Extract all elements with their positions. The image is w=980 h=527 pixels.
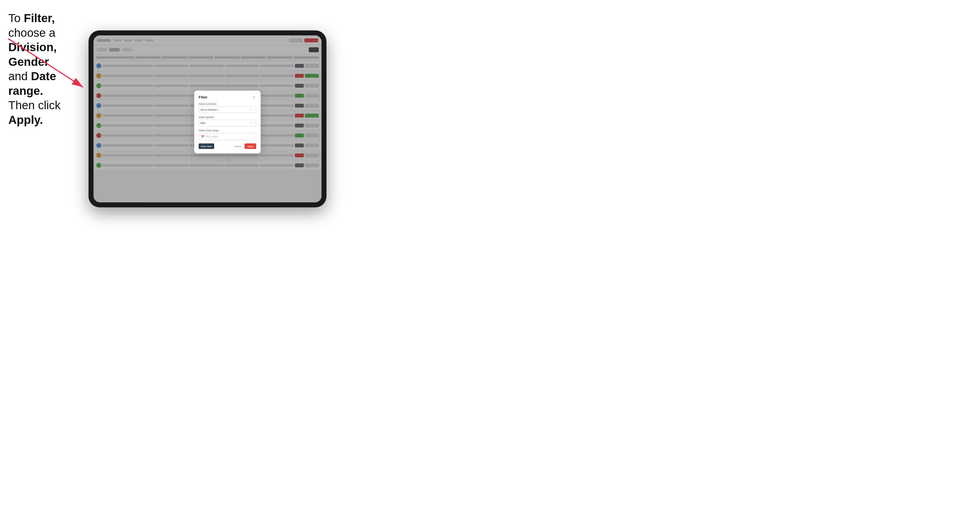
division-label: Select a division: [199, 103, 256, 105]
calendar-icon: 📅: [201, 135, 204, 138]
filter-modal: Filter × Select a division NCAA Division…: [194, 91, 261, 154]
tablet-frame: Filter × Select a division NCAA Division…: [89, 30, 326, 207]
apply-button[interactable]: Apply: [245, 143, 256, 149]
division-select[interactable]: NCAA Division I × ⌃: [199, 106, 256, 113]
modal-close-button[interactable]: ×: [252, 95, 256, 99]
date-placeholder: Pick a date: [205, 135, 218, 138]
instruction-text: To Filter, choose a Division, Gender and…: [8, 11, 89, 127]
gender-value: Men: [200, 122, 249, 124]
division-select-actions: × ⌃: [250, 108, 254, 111]
clear-filter-button[interactable]: Clear filter: [199, 143, 214, 149]
division-clear-icon[interactable]: ×: [250, 108, 252, 111]
gender-select[interactable]: Men × ⌃: [199, 120, 256, 126]
modal-overlay: Filter × Select a division NCAA Division…: [94, 35, 321, 202]
cancel-button[interactable]: Cancel: [233, 143, 243, 149]
division-value: NCAA Division I: [200, 108, 249, 111]
modal-footer-right: Cancel Apply: [233, 143, 256, 149]
date-range-label: Select Date range: [199, 129, 256, 132]
modal-footer: Clear filter Cancel Apply: [199, 143, 256, 149]
gender-select-actions: × ⌃: [250, 122, 254, 124]
gender-chevron-icon[interactable]: ⌃: [252, 122, 254, 124]
gender-label: Select gender: [199, 116, 256, 119]
division-chevron-icon[interactable]: ⌃: [252, 108, 254, 111]
date-range-input[interactable]: 📅 Pick a date: [199, 133, 256, 140]
modal-title: Filter: [199, 95, 207, 99]
gender-clear-icon[interactable]: ×: [250, 122, 252, 124]
modal-header: Filter ×: [199, 95, 256, 99]
tablet-screen: Filter × Select a division NCAA Division…: [94, 35, 321, 202]
